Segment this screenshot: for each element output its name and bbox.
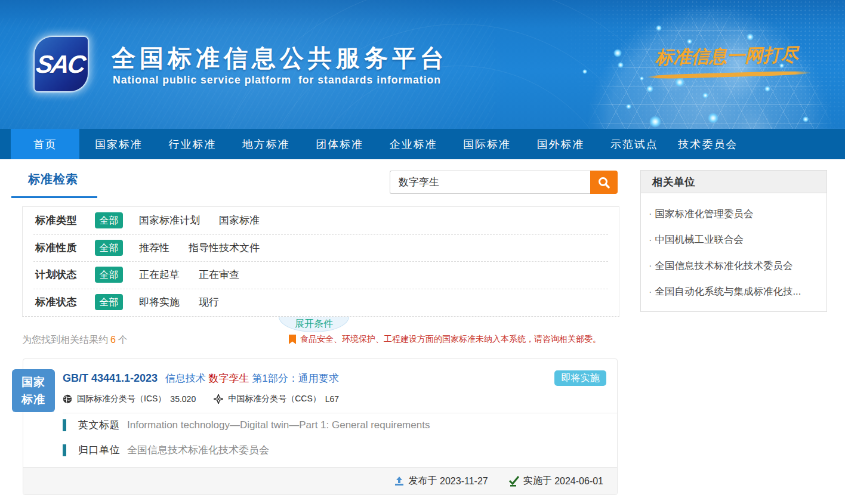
filter-label: 标准状态 xyxy=(35,295,82,309)
filter-option[interactable]: 即将实施 xyxy=(139,295,180,309)
related-unit-item-1[interactable]: ·中国机械工业联合会 xyxy=(649,227,818,253)
related-units-panel: 相关单位 ·国家标准化管理委员会·中国机械工业联合会·全国信息技术标准化技术委员… xyxy=(640,170,827,312)
field-bar xyxy=(63,444,66,456)
field-value: 全国信息技术标准化技术委员会 xyxy=(127,443,269,457)
badge-line2: 标准 xyxy=(12,391,55,408)
filter-all-button[interactable]: 全部 xyxy=(95,240,123,256)
sac-logo-text: SAC xyxy=(34,50,88,79)
sac-logo[interactable]: SAC xyxy=(35,37,88,91)
badge-line1: 国家 xyxy=(12,373,55,391)
filter-panel: 标准类型 全部 国家标准计划 国家标准 标准性质 全部 推荐性 指导性技术文件 … xyxy=(22,206,619,317)
result-count: 6 xyxy=(108,335,118,345)
glow-dot xyxy=(675,78,684,87)
nav-item-3[interactable]: 地方标准 xyxy=(232,129,300,159)
filter-all-button[interactable]: 全部 xyxy=(95,294,123,310)
related-unit-item-3[interactable]: ·全国自动化系统与集成标准化技... xyxy=(649,279,818,305)
result-count-prefix: 为您找到相关结果约 xyxy=(22,335,108,345)
department-row: 归口单位 全国信息技术标准化技术委员会 xyxy=(63,443,269,457)
standard-title-highlight: 数字孪生 xyxy=(209,373,249,384)
standard-title-link[interactable]: GB/T 43441.1-2023 信息技术 数字孪生 第1部分：通用要求 xyxy=(63,372,339,385)
bullet: · xyxy=(649,208,652,219)
published-label: 发布于 xyxy=(409,475,437,487)
glow-dot xyxy=(582,69,587,74)
ccs-icon xyxy=(214,394,223,404)
filter-option[interactable]: 正在起草 xyxy=(139,268,180,282)
glow-dot xyxy=(708,113,718,123)
site-subtitle: National public service platform for sta… xyxy=(113,74,441,86)
search-box xyxy=(390,171,618,194)
standard-title-part2: 第1部分：通用要求 xyxy=(252,373,338,384)
site-title: 全国标准信息公共服务平台 xyxy=(112,42,448,75)
filter-options: 即将实施 现行 xyxy=(139,295,219,309)
nav-item-9[interactable]: 技术委员会 xyxy=(674,129,742,159)
nav-list: 首页国家标准行业标准地方标准团体标准企业标准国际标准国外标准示范试点技术委员会 xyxy=(0,129,845,159)
nav-item-4[interactable]: 团体标准 xyxy=(306,129,374,159)
glow-dot xyxy=(613,49,622,57)
bullet: · xyxy=(649,234,652,246)
bullet: · xyxy=(649,286,652,298)
bullet: · xyxy=(649,260,652,271)
ccs-value: L67 xyxy=(325,394,339,404)
nav-item-5[interactable]: 企业标准 xyxy=(379,129,448,159)
filter-option[interactable]: 现行 xyxy=(199,295,219,309)
glow-dot xyxy=(764,86,770,92)
tab-standard-search[interactable]: 标准检索 xyxy=(28,171,78,187)
filter-label: 标准类型 xyxy=(35,214,82,227)
filter-row-nature: 标准性质 全部 推荐性 指导性技术文件 xyxy=(23,234,619,262)
filter-row-type: 标准类型 全部 国家标准计划 国家标准 xyxy=(23,207,619,234)
filter-label: 标准性质 xyxy=(35,241,82,255)
standard-code: GB/T 43441.1-2023 xyxy=(63,372,158,384)
published-date-item: 发布于 2023-11-27 xyxy=(394,475,488,487)
glow-dot xyxy=(626,104,631,109)
filter-options: 正在起草 正在审查 xyxy=(139,268,239,282)
related-unit-item-2[interactable]: ·全国信息技术标准化技术委员会 xyxy=(649,253,818,279)
card-divider xyxy=(63,413,617,413)
tab-underline xyxy=(11,196,97,198)
globe-icon xyxy=(63,394,72,404)
expand-conditions-button[interactable]: 展开条件 xyxy=(279,317,349,332)
nav-item-6[interactable]: 国际标准 xyxy=(452,129,521,159)
site-header: SAC 全国标准信息公共服务平台 National public service… xyxy=(0,0,845,129)
filter-option[interactable]: 国家标准计划 xyxy=(139,214,200,227)
result-count-line: 为您找到相关结果约6个 xyxy=(22,334,128,347)
search-button[interactable] xyxy=(590,171,618,194)
status-badge: 即将实施 xyxy=(554,370,606,386)
glow-dot xyxy=(687,39,692,44)
ics-value: 35.020 xyxy=(170,394,196,404)
standard-title-part1: 信息技术 xyxy=(165,373,206,384)
publish-icon xyxy=(394,476,405,487)
filter-all-button[interactable]: 全部 xyxy=(95,212,123,228)
header-slogan: 标准信息一网打尽 xyxy=(655,42,799,70)
filter-option[interactable]: 推荐性 xyxy=(139,241,169,255)
related-unit-item-0[interactable]: ·国家标准化管理委员会 xyxy=(649,201,818,227)
related-units-title: 相关单位 xyxy=(641,171,827,193)
implemented-label: 实施于 xyxy=(523,475,552,487)
ics-label: 国际标准分类号（ICS） xyxy=(77,394,166,404)
glow-dot xyxy=(640,76,644,81)
english-title-row: 英文标题 Information technology—Digital twin… xyxy=(63,418,430,432)
standard-type-badge: 国家 标准 xyxy=(12,369,55,412)
nav-item-0[interactable]: 首页 xyxy=(11,129,79,159)
filter-row-standard-status: 标准状态 全部 即将实施 现行 xyxy=(23,289,619,316)
glow-dot xyxy=(649,116,661,128)
filter-option[interactable]: 指导性技术文件 xyxy=(189,241,260,255)
result-card: 国家 标准 即将实施 GB/T 43441.1-2023 信息技术 数字孪生 第… xyxy=(23,358,618,495)
implement-icon xyxy=(508,476,519,487)
field-value: Information technology—Digital twin—Part… xyxy=(127,419,430,431)
field-label: 归口单位 xyxy=(78,443,120,457)
search-icon xyxy=(597,176,610,189)
nav-item-1[interactable]: 国家标准 xyxy=(84,129,153,159)
filter-all-button[interactable]: 全部 xyxy=(95,267,123,283)
search-input[interactable] xyxy=(390,171,590,194)
nav-item-2[interactable]: 行业标准 xyxy=(158,129,227,159)
ccs-label: 中国标准分类号（CCS） xyxy=(228,394,321,404)
glow-dot xyxy=(747,33,754,41)
result-count-suffix: 个 xyxy=(118,335,128,345)
filter-option[interactable]: 正在审查 xyxy=(199,268,239,282)
nav-item-8[interactable]: 示范试点 xyxy=(600,129,668,159)
nav-item-7[interactable]: 国外标准 xyxy=(526,129,595,159)
glow-dot xyxy=(646,85,653,92)
filter-option[interactable]: 国家标准 xyxy=(219,214,260,227)
card-footer: 发布于 2023-11-27 实施于 2024-06-01 xyxy=(23,467,617,494)
related-unit-label: 国家标准化管理委员会 xyxy=(655,208,754,221)
